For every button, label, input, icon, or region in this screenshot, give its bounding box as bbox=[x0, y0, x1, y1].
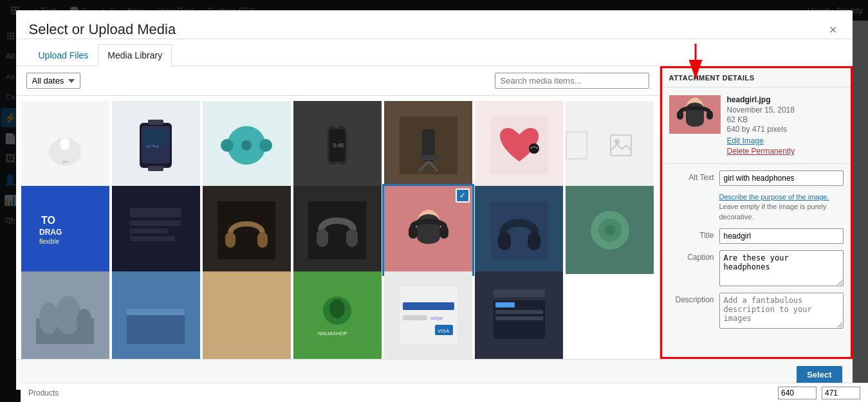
edit-image-link[interactable]: Edit Image bbox=[727, 136, 795, 145]
cable-thumb bbox=[400, 116, 457, 174]
media-item-selected[interactable]: ✓ bbox=[384, 186, 472, 274]
svg-rect-18 bbox=[335, 163, 339, 169]
delete-permanently-link[interactable]: Delete Permanently bbox=[727, 147, 795, 156]
tab-media-library[interactable]: Media Library bbox=[98, 44, 172, 66]
svg-rect-43 bbox=[346, 229, 358, 247]
svg-text:stripe: stripe bbox=[430, 315, 443, 321]
media-item[interactable] bbox=[21, 271, 109, 359]
svg-rect-38 bbox=[217, 201, 275, 259]
media-item[interactable] bbox=[566, 186, 654, 274]
svg-rect-69 bbox=[403, 302, 454, 310]
svg-rect-70 bbox=[403, 315, 427, 320]
drag-thumb: TO DRAG flexible bbox=[36, 201, 94, 259]
media-item[interactable] bbox=[203, 101, 291, 189]
alt-hint-text: Leave empty if the image is purely decor… bbox=[719, 203, 827, 220]
media-item[interactable] bbox=[112, 186, 200, 274]
earbuds-thumb bbox=[39, 120, 91, 171]
svg-rect-37 bbox=[130, 236, 175, 241]
media-grid[interactable]: 3:45 bbox=[16, 96, 660, 359]
darkui-thumb bbox=[490, 286, 548, 344]
watch-thumb: 3:45 bbox=[308, 116, 366, 174]
alt-hint-row: Describe the purpose of the image. Leave… bbox=[669, 192, 844, 222]
caption-row: Caption Are these your headphones bbox=[669, 250, 844, 286]
description-label: Description bbox=[669, 293, 714, 304]
svg-rect-63 bbox=[217, 286, 275, 344]
alt-text-hint: Describe the purpose of the image. Leave… bbox=[719, 192, 844, 222]
attachment-dimensions: 640 by 471 pixels bbox=[727, 125, 795, 134]
heart-thumb bbox=[490, 116, 548, 174]
media-item[interactable] bbox=[21, 101, 109, 189]
status-bar-right bbox=[778, 387, 860, 399]
alt-hint-link[interactable]: Describe the purpose of the image. bbox=[719, 193, 829, 201]
caption-textarea[interactable]: Are these your headphones bbox=[719, 250, 844, 286]
darkweb-thumb bbox=[127, 201, 185, 259]
svg-rect-17 bbox=[335, 122, 339, 128]
svg-rect-50 bbox=[528, 232, 540, 250]
svg-rect-62 bbox=[127, 309, 185, 315]
media-item[interactable] bbox=[293, 186, 382, 274]
media-item[interactable]: 3:45 bbox=[112, 101, 200, 189]
svg-rect-27 bbox=[611, 135, 631, 156]
media-item-placeholder[interactable] bbox=[566, 101, 654, 189]
headphones-brown-thumb bbox=[217, 201, 275, 259]
attachment-thumb-image bbox=[669, 95, 721, 134]
media-item[interactable]: TO DRAG flexible bbox=[21, 186, 109, 274]
search-input[interactable] bbox=[495, 73, 649, 89]
alt-text-input[interactable] bbox=[719, 170, 844, 186]
svg-rect-35 bbox=[130, 221, 181, 226]
modal-close-button[interactable]: × bbox=[827, 21, 840, 39]
attachment-meta: headgirl.jpg November 15, 2018 62 KB 640… bbox=[727, 95, 795, 156]
description-textarea[interactable] bbox=[719, 293, 844, 329]
svg-rect-77 bbox=[495, 302, 515, 307]
media-item[interactable] bbox=[112, 271, 200, 359]
products-label: Products bbox=[28, 388, 59, 397]
tan-thumb bbox=[217, 286, 275, 344]
media-item[interactable]: NINJASHOP bbox=[293, 271, 382, 359]
attachment-size: 62 KB bbox=[727, 115, 795, 124]
svg-point-59 bbox=[77, 309, 92, 334]
attachment-fields: Alt Text Describe the purpose of the ima… bbox=[660, 164, 853, 342]
media-item[interactable]: stripe VISA bbox=[384, 271, 472, 359]
attachment-details-header: ATTACHMENT DETAILS bbox=[660, 66, 853, 87]
ninjashop-thumb: NINJASHOP bbox=[308, 286, 366, 344]
svg-text:3:45: 3:45 bbox=[333, 142, 344, 149]
svg-text:flexible: flexible bbox=[39, 238, 60, 245]
selected-checkmark: ✓ bbox=[456, 188, 470, 203]
svg-rect-75 bbox=[494, 289, 545, 297]
svg-text:NINJASHOP: NINJASHOP bbox=[318, 331, 347, 336]
media-item[interactable]: 3:45 bbox=[293, 101, 382, 189]
svg-rect-3 bbox=[60, 138, 70, 151]
media-item[interactable] bbox=[475, 186, 563, 274]
svg-text:DRAG: DRAG bbox=[39, 228, 62, 237]
media-item[interactable] bbox=[475, 101, 563, 189]
svg-rect-46 bbox=[409, 226, 418, 239]
select-button[interactable]: Select bbox=[797, 366, 842, 383]
svg-rect-40 bbox=[257, 232, 268, 248]
caption-label: Caption bbox=[669, 250, 714, 262]
media-item[interactable] bbox=[203, 271, 291, 359]
media-modal: Select or Upload Media × Upload Files Me… bbox=[16, 10, 853, 390]
svg-rect-82 bbox=[677, 111, 683, 120]
modal-header: Select or Upload Media × bbox=[16, 10, 853, 39]
smartwatch-thumb: 3:45 bbox=[124, 116, 188, 174]
title-input[interactable] bbox=[719, 228, 844, 244]
alt-text-label: Alt Text bbox=[669, 170, 714, 182]
svg-point-58 bbox=[55, 296, 81, 334]
alt-text-row: Alt Text bbox=[669, 170, 844, 186]
title-row: Title bbox=[669, 228, 844, 244]
width-input[interactable] bbox=[778, 387, 817, 399]
attachment-date: November 15, 2018 bbox=[727, 105, 795, 114]
svg-rect-34 bbox=[130, 208, 181, 217]
modal-tabs: Upload Files Media Library bbox=[16, 39, 853, 66]
svg-rect-4 bbox=[62, 161, 68, 163]
svg-rect-83 bbox=[706, 111, 713, 120]
media-item[interactable] bbox=[475, 271, 563, 359]
tab-upload-files[interactable]: Upload Files bbox=[29, 44, 98, 66]
date-filter-select[interactable]: All dates bbox=[26, 73, 80, 89]
media-item[interactable] bbox=[384, 101, 472, 189]
height-input[interactable] bbox=[822, 387, 860, 399]
svg-rect-8 bbox=[148, 166, 163, 171]
svg-rect-48 bbox=[490, 201, 548, 259]
media-item[interactable] bbox=[203, 186, 291, 274]
placeholder-icon bbox=[608, 132, 634, 158]
